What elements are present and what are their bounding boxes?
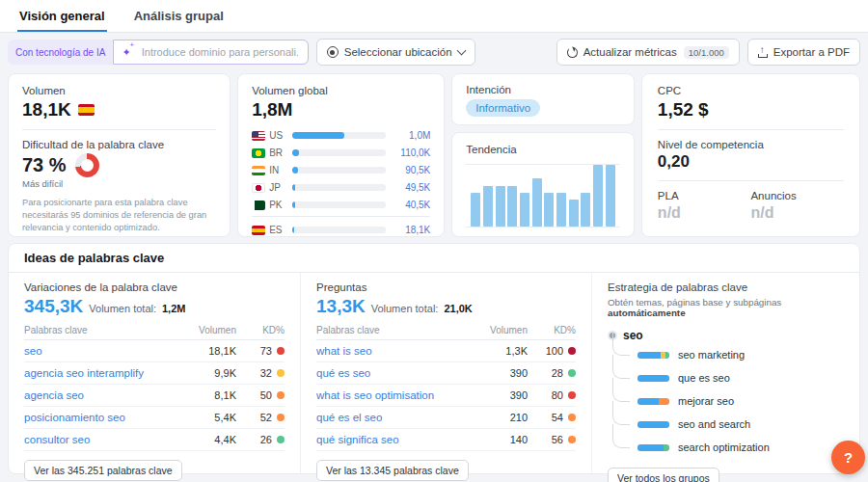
domain-input[interactable]: [140, 45, 300, 59]
strategy-group-item[interactable]: mejorar seo: [612, 389, 844, 413]
keyword-link[interactable]: qué es el seo: [316, 412, 487, 423]
cpc-label: CPC: [658, 85, 844, 96]
country-row: BR110,0K: [252, 146, 430, 160]
col-volume: Volumen: [487, 325, 528, 335]
keyword-link[interactable]: posicionamiento seo: [24, 412, 196, 423]
keyword-volume: 390: [487, 389, 528, 401]
keyword-volume: 210: [487, 412, 528, 423]
country-code: JP: [269, 182, 281, 193]
refresh-metrics-button[interactable]: Actualizar métricas 10/1.000: [556, 39, 740, 66]
col-keywords: Palabras clave: [316, 325, 487, 335]
country-volume-track: [292, 149, 386, 156]
keyword-row: posicionamiento seo5,4K52: [24, 407, 285, 429]
strategy-group-item[interactable]: que es seo: [612, 366, 844, 389]
group-bar-segment: [664, 444, 669, 451]
location-icon: [327, 46, 339, 58]
tree-root[interactable]: seo: [608, 328, 844, 343]
country-row: ES18,1K: [252, 223, 430, 237]
group-volume-bar: [637, 352, 669, 359]
keyword-ideas-title: Ideas de palabras clave: [9, 244, 859, 273]
keyword-ideas-card: Ideas de palabras clave Variaciones de l…: [8, 243, 860, 474]
country-volume-track: [292, 167, 386, 174]
toolbar: Con tecnología de IA ✦+ Seleccionar ubic…: [8, 39, 860, 66]
ads-label: Anuncios: [750, 190, 844, 201]
trend-bar: [483, 186, 493, 227]
view-all-variations-button[interactable]: Ver las 345.251 palabras clave: [24, 460, 182, 481]
group-bar-segment: [637, 352, 661, 359]
country-label: IN: [252, 165, 292, 175]
country-volume-fill: [292, 149, 299, 156]
questions-count: 13,3K: [316, 296, 366, 317]
export-label: Exportar a PDF: [773, 46, 850, 58]
keyword-link[interactable]: qué es seo: [316, 367, 487, 379]
kd-dot-icon: [568, 414, 576, 421]
col-kd: KD%: [236, 325, 285, 335]
view-all-groups-button[interactable]: Ver todos los grupos: [608, 468, 719, 482]
tab-vision-general[interactable]: Visión general: [17, 9, 107, 32]
country-volume-track: [292, 227, 386, 233]
difficulty-donut-chart: [75, 153, 99, 177]
kd-dot-icon: [568, 436, 576, 443]
country-code: US: [269, 130, 283, 141]
group-volume-bar: [637, 398, 669, 405]
keyword-link[interactable]: consultor seo: [24, 434, 196, 445]
strategy-subtitle-bold: automáticamente: [608, 308, 686, 318]
group-label: seo marketing: [678, 349, 745, 361]
keyword-link[interactable]: seo: [24, 345, 196, 357]
help-button[interactable]: ?: [831, 441, 865, 474]
trend-bar: [532, 178, 542, 227]
keyword-volume: 9,9K: [196, 367, 236, 379]
country-code: PK: [269, 200, 282, 210]
metrics-row: Volumen 18,1K Dificultad de la palabra c…: [8, 73, 860, 237]
col-volume: Volumen: [196, 325, 236, 335]
variations-column: Variaciones de la palabra clave 345,3K V…: [9, 273, 300, 473]
strategy-subtitle: Obtén temas, páginas base y subpáginas a…: [608, 297, 844, 318]
tab-analisis-grupal[interactable]: Análisis grupal: [132, 9, 226, 32]
strategy-group-item[interactable]: search optimization: [612, 436, 844, 459]
country-volume-track: [292, 201, 386, 208]
keyword-volume: 140: [487, 434, 528, 445]
country-code: BR: [269, 147, 283, 158]
strategy-group-item[interactable]: seo marketing: [612, 343, 844, 366]
ads-value: n/d: [750, 204, 844, 222]
trend-bar: [544, 193, 554, 227]
keyword-link[interactable]: what is seo optimisation: [316, 389, 487, 401]
kd-value: 26: [260, 434, 272, 445]
intent-card: Intención Informativo: [451, 73, 635, 125]
country-volume-fill: [292, 201, 294, 208]
keyword-link[interactable]: agencia seo: [24, 389, 196, 401]
strategy-tree: seo seo marketingque es seomejorar seose…: [608, 328, 844, 459]
strategy-group-item[interactable]: seo and search: [612, 413, 844, 436]
keyword-link[interactable]: qué significa seo: [316, 434, 487, 445]
keyword-volume: 5,4K: [196, 412, 236, 423]
domain-input-wrap: ✦+: [113, 40, 308, 65]
kd-value: 28: [552, 367, 563, 379]
group-label: mejorar seo: [678, 395, 734, 407]
country-volume-value: 1,0M: [386, 130, 430, 141]
chevron-down-icon: [456, 46, 466, 56]
ai-personalize-group: Con tecnología de IA ✦+: [8, 40, 309, 65]
keyword-link[interactable]: what is seo: [316, 345, 487, 357]
difficulty-label: Dificultad de la palabra clave: [22, 139, 216, 150]
pla-label: PLA: [658, 190, 751, 201]
volume-card: Volumen 18,1K Dificultad de la palabra c…: [8, 73, 231, 237]
view-all-questions-button[interactable]: Ver las 13.345 palabras clave: [316, 460, 469, 481]
trend-bar: [520, 193, 529, 227]
country-volume-track: [292, 132, 386, 139]
keyword-kd: 28: [528, 367, 576, 379]
country-volume-fill: [292, 167, 298, 174]
keyword-kd: 56: [528, 434, 576, 445]
group-bar-segment: [637, 444, 664, 451]
global-volume-card: Volumen global 1,8M US1,0MBR110,0KIN90,5…: [237, 73, 445, 237]
keyword-row: agencia seo interamplify9,9K32: [24, 362, 285, 385]
country-row: US1,0M: [252, 128, 430, 143]
country-volume-track: [292, 184, 386, 191]
keyword-row: seo18,1K73: [24, 340, 285, 362]
export-icon: [758, 47, 768, 58]
intent-trend-column: Intención Informativo Tendencia: [451, 73, 635, 237]
group-label: que es seo: [678, 372, 730, 384]
export-pdf-button[interactable]: Exportar a PDF: [747, 39, 860, 66]
keyword-link[interactable]: agencia seo interamplify: [24, 367, 196, 379]
location-selector[interactable]: Seleccionar ubicación: [316, 39, 475, 66]
keyword-kd: 80: [528, 389, 576, 401]
